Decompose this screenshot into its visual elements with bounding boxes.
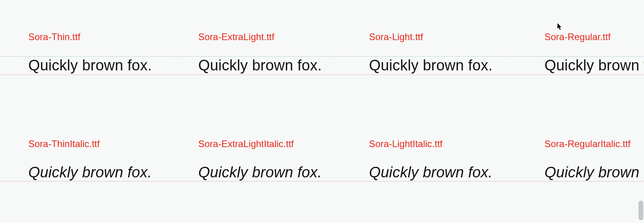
font-sample-text: Quickly brown fox. [369,163,493,181]
font-sample-text: Quickly brown fox. [369,56,493,74]
vertical-scrollbar-track[interactable] [638,0,643,223]
font-cell: Sora-ThinItalic.ttf [28,138,100,150]
font-cell: Sora-LightItalic.ttf [369,138,443,150]
font-sample-text: Quickly brown fox. [28,56,152,74]
font-sample-text: Quickly brown fox. [544,56,644,74]
font-filename-label: Sora-ThinItalic.ttf [28,138,100,150]
font-cell: Sora-ExtraLight.ttf [198,31,274,43]
font-sample-text: Quickly brown fox. [544,163,644,181]
font-filename-label: Sora-ExtraLight.ttf [198,31,274,43]
font-cell: Sora-Light.ttf [369,31,423,43]
font-filename-label: Sora-Regular.ttf [544,31,611,43]
font-sample-text: Quickly brown fox. [28,163,152,181]
font-cell: Sora-RegularItalic.ttf [544,138,631,150]
font-cell: Sora-Thin.ttf [28,31,80,43]
font-cell: Sora-ExtraLightItalic.ttf [198,138,294,150]
font-filename-label: Sora-Light.ttf [369,31,423,43]
font-cell: Sora-Regular.ttf [544,31,611,43]
font-filename-label: Sora-ExtraLightItalic.ttf [198,138,294,150]
font-sample-text: Quickly brown fox. [198,163,322,181]
font-specimen-canvas: Sora-Thin.ttf Quickly brown fox. Sora-Ex… [0,0,644,223]
font-filename-label: Sora-LightItalic.ttf [369,138,443,150]
vertical-scrollbar-thumb[interactable] [638,201,643,220]
font-filename-label: Sora-Thin.ttf [28,31,80,43]
font-filename-label: Sora-RegularItalic.ttf [544,138,631,150]
mouse-cursor-icon [557,23,563,31]
font-sample-text: Quickly brown fox. [198,56,322,74]
